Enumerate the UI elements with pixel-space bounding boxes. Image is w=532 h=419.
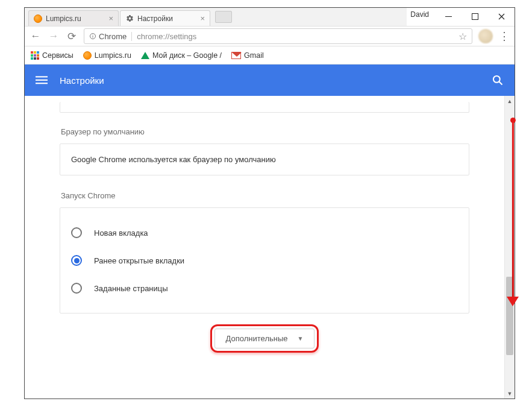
section-label-default-browser: Браузер по умолчанию xyxy=(61,127,469,136)
omnibox-url: chrome://settings xyxy=(137,32,196,41)
close-icon[interactable]: × xyxy=(108,14,113,23)
tabs-strip: Lumpics.ru × Настройки × xyxy=(25,8,407,26)
scroll-thumb[interactable] xyxy=(506,277,513,355)
hamburger-icon[interactable] xyxy=(36,74,48,86)
new-tab-button[interactable] xyxy=(215,11,232,23)
drive-icon xyxy=(141,52,149,59)
bookmark-drive[interactable]: Мой диск – Google / xyxy=(141,51,222,60)
svg-rect-0 xyxy=(445,16,452,17)
gear-icon xyxy=(125,14,134,23)
svg-point-8 xyxy=(493,76,500,83)
previous-section-fragment xyxy=(60,102,469,113)
tab-settings[interactable]: Настройки × xyxy=(120,10,210,26)
bookmark-label: Мой диск – Google / xyxy=(152,51,222,60)
startup-option-new-tab[interactable]: Новая вкладка xyxy=(71,219,458,247)
favicon-lumpics xyxy=(83,51,92,60)
svg-line-9 xyxy=(499,82,502,85)
annotation-highlight: Дополнительные ▼ xyxy=(210,324,319,353)
reload-icon[interactable]: ⟳ xyxy=(66,30,78,43)
apps-grid-icon xyxy=(31,51,39,60)
advanced-label: Дополнительные xyxy=(226,334,288,343)
browser-window: Lumpics.ru × Настройки × David xyxy=(24,7,515,399)
apps-shortcut[interactable]: Сервисы xyxy=(31,51,74,60)
favicon-lumpics xyxy=(34,14,42,23)
window-controls xyxy=(435,8,515,25)
svg-rect-3 xyxy=(93,36,93,38)
bookmark-star-icon[interactable]: ☆ xyxy=(458,31,467,42)
maximize-button[interactable] xyxy=(462,8,488,25)
radio-icon[interactable] xyxy=(71,283,82,294)
gmail-icon xyxy=(231,52,241,59)
settings-content[interactable]: Браузер по умолчанию Google Chrome испол… xyxy=(25,96,504,399)
scrollbar[interactable]: ▲ ▼ xyxy=(504,96,515,399)
advanced-toggle-button[interactable]: Дополнительные ▼ xyxy=(214,329,315,348)
tab-label: Настройки xyxy=(137,14,173,23)
radio-label: Ранее открытые вкладки xyxy=(94,256,184,265)
scroll-down-icon[interactable]: ▼ xyxy=(505,388,515,399)
radio-label: Новая вкладка xyxy=(94,228,148,238)
startup-option-specific-pages[interactable]: Заданные страницы xyxy=(71,274,458,302)
bookmark-gmail[interactable]: Gmail xyxy=(231,51,264,60)
svg-rect-1 xyxy=(472,13,478,19)
radio-icon[interactable] xyxy=(71,255,82,266)
omnibox-chip-label: Chrome xyxy=(99,32,127,41)
scroll-up-icon[interactable]: ▲ xyxy=(505,96,515,106)
titlebar: Lumpics.ru × Настройки × David xyxy=(25,8,515,26)
startup-option-continue[interactable]: Ранее открытые вкладки xyxy=(71,247,458,274)
svg-rect-5 xyxy=(36,76,48,77)
startup-card: Новая вкладка Ранее открытые вкладки Зад… xyxy=(60,207,469,313)
svg-rect-6 xyxy=(36,80,48,81)
bookmarks-bar: Сервисы Lumpics.ru Мой диск – Google / G… xyxy=(25,46,515,65)
default-browser-status: Google Chrome используется как браузер п… xyxy=(71,155,276,164)
section-label-startup: Запуск Chrome xyxy=(61,191,469,200)
tab-label: Lumpics.ru xyxy=(46,14,81,23)
kebab-menu-icon[interactable]: ⋮ xyxy=(499,31,510,42)
bookmark-label: Lumpics.ru xyxy=(95,51,131,60)
bookmark-lumpics[interactable]: Lumpics.ru xyxy=(83,51,131,60)
radio-label: Заданные страницы xyxy=(94,284,168,293)
apps-label: Сервисы xyxy=(42,51,74,60)
forward-icon: → xyxy=(48,30,60,42)
svg-rect-7 xyxy=(36,83,48,84)
minimize-button[interactable] xyxy=(435,8,462,25)
content-row: Браузер по умолчанию Google Chrome испол… xyxy=(25,96,515,399)
search-icon[interactable] xyxy=(492,74,504,86)
navbar: ← → ⟳ Chrome chrome://settings ☆ ⋮ xyxy=(25,26,515,46)
close-icon[interactable]: × xyxy=(200,14,205,23)
omnibox-chip: Chrome xyxy=(89,32,132,41)
radio-icon[interactable] xyxy=(71,227,82,238)
window-user[interactable]: David xyxy=(407,8,435,19)
bookmark-label: Gmail xyxy=(244,51,264,60)
svg-rect-4 xyxy=(93,35,93,36)
omnibox[interactable]: Chrome chrome://settings ☆ xyxy=(84,28,472,44)
settings-header: Настройки xyxy=(25,65,515,96)
default-browser-card: Google Chrome используется как браузер п… xyxy=(60,143,469,175)
tab-lumpics[interactable]: Lumpics.ru × xyxy=(28,10,119,26)
back-icon[interactable]: ← xyxy=(30,30,42,42)
profile-avatar[interactable] xyxy=(478,29,493,43)
window-close-button[interactable] xyxy=(488,8,515,25)
chevron-down-icon: ▼ xyxy=(298,335,304,342)
settings-title: Настройки xyxy=(60,75,480,86)
